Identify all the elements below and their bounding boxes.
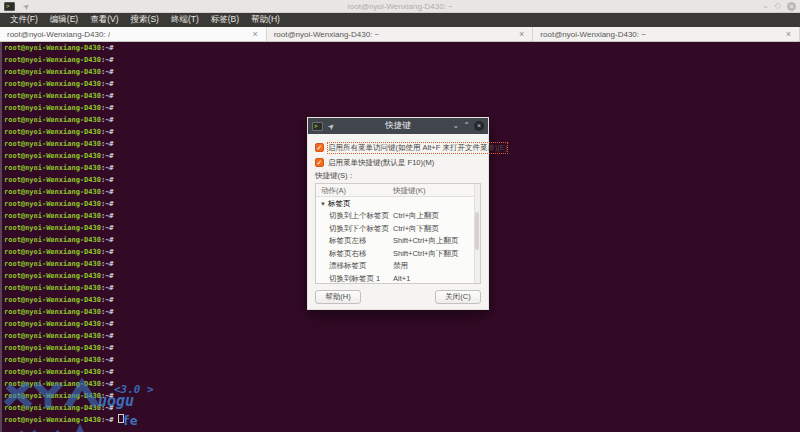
- tab-label: root@nyoi-Wenxiang-D430: /: [7, 30, 110, 39]
- terminal-app-icon: [312, 122, 323, 131]
- prompt-suffix: :~#: [101, 272, 114, 280]
- shortcut-action: 切换到下个标签页: [316, 223, 393, 236]
- terminal-prompt-line: root@nyoi-Wenxiang-D430:~#: [2, 390, 800, 402]
- prompt-user-host: root@nyoi-Wenxiang-D430: [4, 128, 101, 136]
- menu-item-5[interactable]: 标签(B): [206, 13, 244, 27]
- prompt-suffix: :~#: [101, 320, 114, 328]
- prompt-user-host: root@nyoi-Wenxiang-D430: [4, 260, 101, 268]
- shortcut-row[interactable]: 标签页右移Shift+Ctrl+向下翻页: [316, 248, 480, 261]
- prompt-suffix: :~#: [101, 152, 114, 160]
- menu-shortcut-key-label[interactable]: 启用菜单快捷键(默认是 F10)(M): [328, 158, 434, 168]
- menu-access-keys-checkbox[interactable]: ✓: [315, 143, 324, 152]
- pin-icon[interactable]: ➤: [21, 0, 32, 11]
- prompt-suffix: :~#: [101, 284, 114, 292]
- prompt-user-host: root@nyoi-Wenxiang-D430: [4, 248, 101, 256]
- tab-close-icon[interactable]: ×: [518, 30, 525, 39]
- prompt-user-host: root@nyoi-Wenxiang-D430: [4, 116, 101, 124]
- menu-item-4[interactable]: 终端(T): [166, 13, 204, 27]
- tabbar: root@nyoi-Wenxiang-D430: /×root@nyoi-Wen…: [0, 27, 800, 42]
- prompt-user-host: root@nyoi-Wenxiang-D430: [4, 44, 101, 52]
- prompt-suffix: :~#: [101, 140, 114, 148]
- prompt-suffix: :~#: [101, 68, 114, 76]
- shortcut-binding: Ctrl+向下翻页: [393, 223, 480, 236]
- prompt-user-host: root@nyoi-Wenxiang-D430: [4, 272, 101, 280]
- prompt-user-host: root@nyoi-Wenxiang-D430: [4, 152, 101, 160]
- tab-close-icon[interactable]: ×: [785, 30, 792, 39]
- terminal-tab-2[interactable]: root@nyoi-Wenxiang-D430: ~×: [533, 27, 800, 41]
- prompt-user-host: root@nyoi-Wenxiang-D430: [4, 188, 101, 196]
- shortcut-binding: Shift+Ctrl+向下翻页: [393, 248, 480, 261]
- shortcut-binding: Ctrl+向上翻页: [393, 210, 480, 223]
- terminal-prompt-line: root@nyoi-Wenxiang-D430:~#: [2, 42, 800, 54]
- group-row-tabs[interactable]: ▼标签页: [316, 197, 480, 210]
- terminal-prompt-line: root@nyoi-Wenxiang-D430:~#: [2, 354, 800, 366]
- shortcut-row[interactable]: 切换到下个标签页Ctrl+向下翻页: [316, 223, 480, 236]
- prompt-suffix: :~#: [101, 56, 114, 64]
- column-header-action[interactable]: 动作(A): [316, 184, 393, 196]
- shortcut-list: 动作(A) 快捷键(K) ▼标签页 切换到上个标签页Ctrl+向上翻页切换到下个…: [315, 183, 481, 284]
- prompt-suffix: :~#: [101, 92, 114, 100]
- minimize-button[interactable]: ⌄: [762, 2, 769, 10]
- prompt-suffix: :~#: [101, 200, 114, 208]
- prompt-suffix: :~#: [101, 44, 114, 52]
- shortcut-row[interactable]: 切换到上个标签页Ctrl+向上翻页: [316, 210, 480, 223]
- menubar: 文件(F)编辑(E)查看(V)搜索(S)终端(T)标签(B)帮助(H): [0, 13, 800, 27]
- shortcut-action: 标签页左移: [316, 235, 393, 248]
- close-dialog-button[interactable]: 关闭(C): [435, 290, 481, 304]
- menu-shortcut-key-checkbox[interactable]: ✓: [315, 158, 324, 167]
- list-scrollbar-thumb[interactable]: [475, 212, 479, 250]
- prompt-suffix: :~#: [101, 332, 114, 340]
- terminal-prompt-line: root@nyoi-Wenxiang-D430:~#: [2, 318, 800, 330]
- terminal-tab-0[interactable]: root@nyoi-Wenxiang-D430: /×: [0, 27, 267, 41]
- prompt-user-host: root@nyoi-Wenxiang-D430: [4, 320, 101, 328]
- shortcut-list-header: 动作(A) 快捷键(K): [316, 184, 480, 197]
- prompt-user-host: root@nyoi-Wenxiang-D430: [4, 380, 101, 388]
- menu-item-2[interactable]: 查看(V): [85, 13, 123, 27]
- expander-triangle-icon[interactable]: ▼: [320, 201, 326, 207]
- window-title: root@nyoi-Wenxiang-D430: ~: [0, 2, 800, 11]
- menu-access-keys-label[interactable]: 启用所有菜单访问键(如使用 Alt+F 来打开文件菜单)(E): [328, 143, 507, 153]
- pin-icon[interactable]: ➤: [326, 120, 337, 131]
- shortcut-action: 漂移标签页: [316, 260, 393, 273]
- prompt-suffix: :~#: [101, 416, 114, 424]
- menu-shortcut-key-row: ✓ 启用菜单快捷键(默认是 F10)(M): [315, 155, 481, 170]
- menu-item-6[interactable]: 帮助(H): [246, 13, 285, 27]
- prompt-suffix: :~#: [101, 344, 114, 352]
- shortcut-row[interactable]: 漂移标签页禁用: [316, 260, 480, 273]
- prompt-suffix: :~#: [101, 308, 114, 316]
- prompt-user-host: root@nyoi-Wenxiang-D430: [4, 392, 101, 400]
- menu-item-0[interactable]: 文件(F): [5, 13, 43, 27]
- prompt-user-host: root@nyoi-Wenxiang-D430: [4, 296, 101, 304]
- shortcut-row[interactable]: 标签页左移Shift+Ctrl+向上翻页: [316, 235, 480, 248]
- list-scrollbar[interactable]: [474, 184, 480, 283]
- terminal-app-icon: [4, 2, 15, 11]
- prompt-user-host: root@nyoi-Wenxiang-D430: [4, 80, 101, 88]
- terminal-tab-1[interactable]: root@nyoi-Wenxiang-D430: ~×: [267, 27, 534, 41]
- terminal-prompt-line: root@nyoi-Wenxiang-D430:~#: [2, 378, 800, 390]
- prompt-user-host: root@nyoi-Wenxiang-D430: [4, 356, 101, 364]
- prompt-user-host: root@nyoi-Wenxiang-D430: [4, 236, 101, 244]
- unshade-button[interactable]: ⌃: [463, 122, 470, 130]
- prompt-suffix: :~#: [101, 248, 114, 256]
- menu-item-1[interactable]: 编辑(E): [45, 13, 83, 27]
- prompt-user-host: root@nyoi-Wenxiang-D430: [4, 416, 101, 424]
- help-button[interactable]: 帮助(H): [315, 290, 361, 304]
- tab-close-icon[interactable]: ×: [251, 30, 258, 39]
- maximize-button[interactable]: ◇: [775, 2, 781, 10]
- shade-button[interactable]: ⌄: [453, 122, 460, 130]
- prompt-user-host: root@nyoi-Wenxiang-D430: [4, 176, 101, 184]
- terminal-prompt-line: root@nyoi-Wenxiang-D430:~#: [2, 402, 800, 414]
- prompt-suffix: :~#: [101, 224, 114, 232]
- prompt-user-host: root@nyoi-Wenxiang-D430: [4, 224, 101, 232]
- terminal-prompt-line: root@nyoi-Wenxiang-D430:~#: [2, 366, 800, 378]
- prompt-user-host: root@nyoi-Wenxiang-D430: [4, 56, 101, 64]
- dialog-close-button[interactable]: ×: [474, 121, 484, 131]
- column-header-shortcut[interactable]: 快捷键(K): [393, 184, 480, 196]
- dialog-footer: 帮助(H) 关闭(C): [315, 289, 481, 304]
- terminal-prompt-line: root@nyoi-Wenxiang-D430:~#: [2, 102, 800, 114]
- close-button[interactable]: ×: [787, 2, 796, 11]
- tab-label: root@nyoi-Wenxiang-D430: ~: [274, 30, 380, 39]
- menu-item-3[interactable]: 搜索(S): [126, 13, 164, 27]
- shortcut-row[interactable]: 切换到标签页 1Alt+1: [316, 273, 480, 285]
- dialog-titlebar: ➤ 快捷键 ⌄ ⌃ ×: [308, 118, 488, 134]
